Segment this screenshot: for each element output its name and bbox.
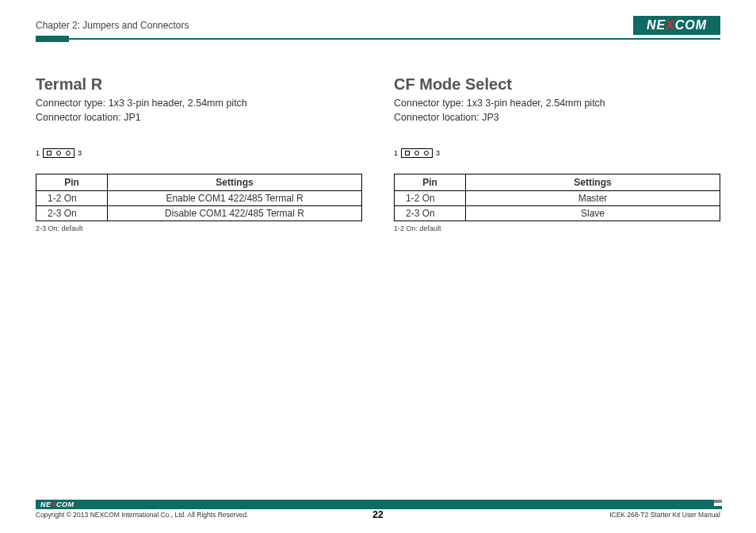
header-box-icon xyxy=(43,148,74,158)
section-cf-mode: CF Mode Select Connector type: 1x3 3-pin… xyxy=(394,75,720,232)
connector-location: Connector location: JP3 xyxy=(394,111,720,125)
nexcom-logo-footer: NEXCOM xyxy=(40,500,74,508)
connector-type: Connector type: 1x3 3-pin header, 2.54mm… xyxy=(394,97,720,111)
settings-table: Pin Settings 1-2 On Enable COM1 422/485 … xyxy=(36,174,362,221)
pin-diagram: 1 3 xyxy=(36,148,362,158)
default-note: 2-3 On: default xyxy=(36,224,362,232)
settings-table: Pin Settings 1-2 On Master 2-3 On Slave xyxy=(394,174,720,221)
copyright: Copyright © 2013 NEXCOM International Co… xyxy=(36,511,248,519)
default-note: 1-2 On: default xyxy=(394,224,720,232)
th-settings: Settings xyxy=(108,174,362,191)
header-rule xyxy=(36,38,720,40)
table-row: 1-2 On Master xyxy=(395,191,720,206)
chapter-title: Chapter 2: Jumpers and Connectors xyxy=(36,20,189,31)
section-title: CF Mode Select xyxy=(394,75,720,94)
nexcom-logo: NEXCOM xyxy=(633,16,720,35)
header-box-icon xyxy=(401,148,433,158)
connector-type: Connector type: 1x3 3-pin header, 2.54mm… xyxy=(36,97,362,111)
table-row: 2-3 On Disable COM1 422/485 Termal R xyxy=(36,206,362,221)
table-row: 2-3 On Slave xyxy=(395,206,720,221)
section-title: Termal R xyxy=(36,75,362,94)
manual-name: ICEK 268-T2 Starter Kit User Manual xyxy=(609,511,720,519)
page-number: 22 xyxy=(372,509,383,520)
th-settings: Settings xyxy=(466,174,720,191)
th-pin: Pin xyxy=(395,174,466,191)
connector-location: Connector location: JP1 xyxy=(36,111,362,125)
table-row: 1-2 On Enable COM1 422/485 Termal R xyxy=(36,191,362,206)
section-termal-r: Termal R Connector type: 1x3 3-pin heade… xyxy=(36,75,362,232)
footer: NEXCOM Copyright © 2013 NEXCOM Internati… xyxy=(0,500,756,519)
th-pin: Pin xyxy=(36,174,108,191)
pin-diagram: 1 3 xyxy=(394,148,720,158)
